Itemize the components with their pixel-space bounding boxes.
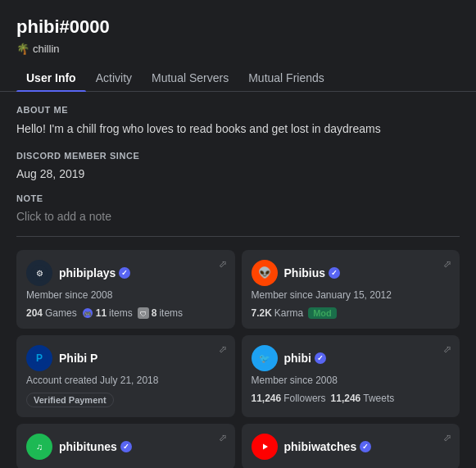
reddit-sub: Member since January 15, 2012 bbox=[252, 289, 451, 301]
shield-icon: 🛡 bbox=[138, 307, 149, 319]
about-me-section: ABOUT ME Hello! I'm a chill frog who lov… bbox=[16, 105, 460, 138]
tab-activity[interactable]: Activity bbox=[86, 65, 142, 91]
youtube-name: phibiwatches bbox=[284, 440, 372, 453]
svg-text:🛡: 🛡 bbox=[140, 310, 147, 317]
steam-controller-stat: 🎮 11 items bbox=[82, 307, 133, 319]
svg-text:⚙: ⚙ bbox=[36, 269, 43, 278]
external-link-spotify[interactable]: ⬀ bbox=[219, 432, 227, 443]
username: phibi#0000 bbox=[16, 16, 460, 38]
youtube-verified-badge bbox=[360, 441, 371, 452]
svg-text:P: P bbox=[36, 352, 43, 364]
note-label: NOTE bbox=[16, 193, 460, 203]
steam-icon: ⚙ bbox=[26, 260, 52, 286]
spotify-name: phibitunes bbox=[59, 440, 132, 453]
steam-verified-badge bbox=[119, 267, 130, 279]
steam-stats: 204 Games 🎮 11 items 🛡 8 items bbox=[26, 307, 225, 319]
external-link-youtube[interactable]: ⬀ bbox=[443, 432, 451, 443]
status: 🌴 chillin bbox=[16, 43, 460, 55]
note-section: NOTE Click to add a note bbox=[16, 193, 460, 223]
status-text: chillin bbox=[33, 43, 60, 55]
reddit-stats: 7.2K Karma Mod bbox=[252, 307, 451, 319]
connection-paypal: ⬀ P Phibi P Account created July 21, 201… bbox=[16, 335, 235, 417]
content-area: ABOUT ME Hello! I'm a chill frog who lov… bbox=[0, 92, 476, 468]
youtube-icon bbox=[252, 434, 278, 460]
twitter-sub: Member since 2008 bbox=[252, 375, 451, 386]
external-link-reddit[interactable]: ⬀ bbox=[443, 258, 451, 270]
twitter-verified-badge bbox=[315, 352, 326, 364]
spotify-icon: ♫ bbox=[26, 434, 52, 460]
reddit-karma-stat: 7.2K Karma bbox=[252, 307, 304, 319]
member-since-section: DISCORD MEMBER SINCE Aug 28, 2019 bbox=[16, 151, 460, 180]
controller-icon: 🎮 bbox=[82, 307, 93, 319]
twitter-name: phibi bbox=[284, 352, 326, 365]
reddit-verified-badge bbox=[329, 267, 340, 279]
steam-shield-stat: 🛡 8 items bbox=[138, 307, 183, 319]
tab-user-info[interactable]: User Info bbox=[16, 65, 86, 91]
steam-games-stat: 204 Games bbox=[26, 307, 77, 319]
tab-bar: User Info Activity Mutual Servers Mutual… bbox=[0, 65, 476, 92]
external-link-paypal[interactable]: ⬀ bbox=[219, 343, 227, 355]
reddit-icon: 👽 bbox=[252, 260, 278, 286]
tab-mutual-friends[interactable]: Mutual Friends bbox=[238, 65, 334, 91]
twitter-icon: 🐦 bbox=[252, 345, 278, 371]
reddit-name: Phibius bbox=[284, 266, 341, 279]
paypal-sub: Account created July 21, 2018 bbox=[26, 375, 225, 386]
svg-text:♫: ♫ bbox=[36, 442, 43, 452]
connection-reddit: ⬀ 👽 Phibius Member since January 15, 201… bbox=[242, 250, 460, 329]
connection-steam: ⬀ ⚙ phibiplays Member since 2008 bbox=[16, 250, 235, 329]
svg-text:🎮: 🎮 bbox=[84, 309, 92, 317]
status-emoji: 🌴 bbox=[16, 43, 29, 55]
member-since-label: DISCORD MEMBER SINCE bbox=[16, 151, 460, 161]
svg-text:👽: 👽 bbox=[258, 266, 272, 279]
steam-name: phibiplays bbox=[59, 266, 130, 279]
note-placeholder[interactable]: Click to add a note bbox=[16, 210, 460, 223]
verified-payment-badge: Verified Payment bbox=[26, 393, 114, 407]
steam-sub: Member since 2008 bbox=[26, 289, 225, 301]
connection-youtube: ⬀ phibiwatches bbox=[242, 424, 460, 468]
member-since-date: Aug 28, 2019 bbox=[16, 167, 460, 180]
mod-badge: Mod bbox=[308, 307, 337, 319]
twitter-followers-stat: 11,246 Followers bbox=[252, 393, 326, 404]
bio-text: Hello! I'm a chill frog who loves to rea… bbox=[16, 121, 460, 138]
twitter-tweets-stat: 11,246 Tweets bbox=[331, 393, 395, 404]
about-me-label: ABOUT ME bbox=[16, 105, 460, 115]
section-divider bbox=[16, 236, 460, 237]
paypal-icon: P bbox=[26, 345, 52, 371]
connection-spotify: ⬀ ♫ phibitunes bbox=[16, 424, 235, 468]
connection-twitter: ⬀ 🐦 phibi Member since 2008 bbox=[242, 335, 460, 417]
svg-text:🐦: 🐦 bbox=[259, 352, 270, 364]
profile-header: phibi#0000 🌴 chillin User Info Activity … bbox=[0, 0, 476, 92]
twitter-stats: 11,246 Followers 11,246 Tweets bbox=[252, 393, 451, 404]
external-link-twitter[interactable]: ⬀ bbox=[443, 343, 451, 355]
connections-grid: ⬀ ⚙ phibiplays Member since 2008 bbox=[16, 250, 460, 468]
spotify-verified-badge bbox=[120, 441, 132, 452]
external-link-steam[interactable]: ⬀ bbox=[219, 258, 227, 270]
paypal-name: Phibi P bbox=[59, 352, 97, 365]
tab-mutual-servers[interactable]: Mutual Servers bbox=[142, 65, 238, 91]
